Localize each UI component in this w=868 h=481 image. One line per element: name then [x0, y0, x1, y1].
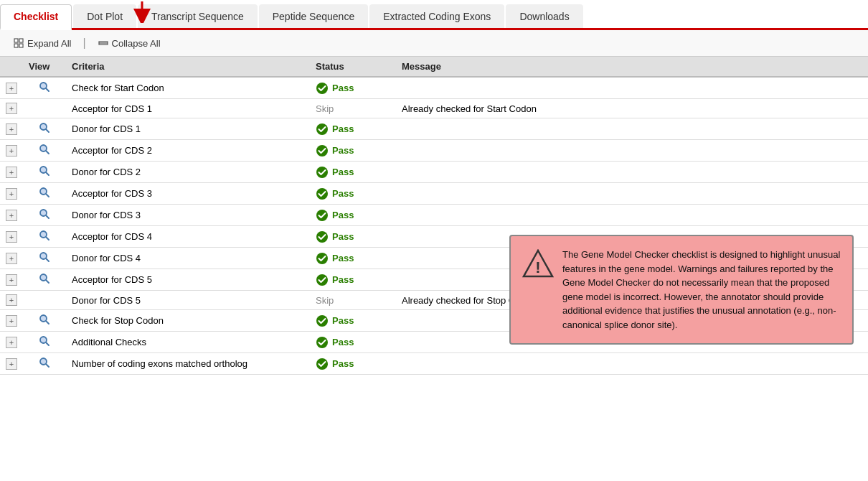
pass-icon	[316, 230, 329, 243]
table-row: +Acceptor for CDS 1SkipAlready checked f…	[0, 99, 868, 118]
pass-icon	[316, 123, 329, 136]
row-criteria: Number of coding exons matched ortholog	[66, 353, 310, 375]
magnify-icon[interactable]	[39, 208, 50, 220]
collapse-all-icon	[98, 37, 109, 49]
pass-icon	[316, 274, 329, 286]
svg-point-29	[316, 253, 328, 264]
tab-peptide[interactable]: Peptide Sequence	[259, 4, 368, 28]
row-expand-button[interactable]: +	[6, 294, 17, 306]
row-expand-button[interactable]: +	[6, 167, 17, 178]
row-view-cell	[23, 162, 66, 183]
row-criteria: Donor for CDS 3	[66, 205, 310, 226]
row-expand-button[interactable]: +	[6, 231, 17, 243]
header-expand	[0, 57, 23, 77]
row-status: Pass	[310, 248, 396, 269]
warning-triangle-icon: !	[522, 249, 554, 332]
row-expand-button[interactable]: +	[6, 253, 17, 264]
svg-line-19	[46, 194, 49, 197]
row-expand-button[interactable]: +	[6, 315, 17, 327]
magnify-icon[interactable]	[39, 314, 50, 325]
magnify-icon[interactable]	[39, 187, 50, 198]
magnify-icon[interactable]	[39, 122, 50, 134]
svg-line-34	[46, 321, 49, 324]
svg-rect-2	[19, 39, 23, 42]
pass-icon	[316, 144, 329, 157]
magnify-icon[interactable]	[39, 335, 50, 347]
svg-line-16	[46, 172, 49, 175]
row-status: Pass	[310, 77, 396, 99]
header-message: Message	[396, 57, 868, 77]
tab-coding-exons[interactable]: Extracted Coding Exons	[369, 4, 504, 28]
row-criteria: Check for Start Codon	[66, 77, 310, 99]
tab-dotplot[interactable]: Dot Plot	[73, 4, 136, 28]
row-expand-button[interactable]: +	[6, 358, 17, 370]
magnify-icon[interactable]	[39, 273, 50, 284]
row-status: Pass	[310, 118, 396, 140]
row-expand-button[interactable]: +	[6, 337, 17, 348]
row-expand-button[interactable]: +	[6, 123, 17, 135]
row-expand-button[interactable]: +	[6, 103, 17, 114]
magnify-icon[interactable]	[39, 230, 50, 241]
row-criteria: Acceptor for CDS 1	[66, 99, 310, 118]
row-message	[396, 140, 868, 162]
svg-text:!: !	[535, 258, 540, 276]
table-row: + Acceptor for CDS 3 Pass	[0, 183, 868, 205]
row-view-cell	[23, 226, 66, 248]
header-view: View	[23, 57, 66, 77]
row-expand-button[interactable]: +	[6, 83, 17, 94]
svg-line-28	[46, 258, 49, 261]
magnify-icon[interactable]	[39, 357, 50, 368]
svg-point-17	[316, 167, 328, 178]
row-status: Skip	[310, 99, 396, 118]
row-view-cell	[23, 291, 66, 310]
row-status: Pass	[310, 140, 396, 162]
svg-point-8	[316, 83, 328, 94]
row-status: Skip	[310, 291, 396, 310]
tab-checklist[interactable]: Checklist	[0, 4, 72, 30]
row-expand-button[interactable]: +	[6, 274, 17, 286]
svg-point-26	[316, 231, 328, 243]
svg-point-38	[316, 337, 328, 348]
popup-message: The Gene Model Checker checklist is desi…	[562, 248, 841, 332]
row-message	[396, 205, 868, 226]
row-status: Pass	[310, 183, 396, 205]
row-expand-button[interactable]: +	[6, 188, 17, 200]
table-row: + Number of coding exons matched ortholo…	[0, 353, 868, 375]
row-message	[396, 118, 868, 140]
checklist-table-container: View Criteria Status Message + Check for…	[0, 57, 868, 375]
row-view-cell	[23, 269, 66, 291]
pass-icon	[316, 314, 329, 327]
pass-icon	[316, 252, 329, 265]
row-message	[396, 162, 868, 183]
magnify-icon[interactable]	[39, 251, 50, 263]
collapse-all-button[interactable]: Collapse All	[92, 34, 166, 52]
row-criteria: Donor for CDS 1	[66, 118, 310, 140]
magnify-icon[interactable]	[39, 144, 50, 155]
svg-rect-3	[19, 44, 23, 47]
tab-bar: Checklist Dot Plot Transcript Sequence P…	[0, 0, 868, 30]
expand-all-button[interactable]: Expand All	[7, 34, 77, 52]
tab-transcript[interactable]: Transcript Sequence	[138, 4, 258, 28]
row-expand-button[interactable]: +	[6, 145, 17, 157]
row-criteria: Acceptor for CDS 4	[66, 226, 310, 248]
pass-icon	[316, 336, 329, 349]
row-criteria: Check for Stop Codon	[66, 310, 310, 332]
magnify-icon[interactable]	[39, 81, 50, 93]
pass-icon	[316, 358, 329, 370]
row-view-cell	[23, 118, 66, 140]
row-criteria: Additional Checks	[66, 332, 310, 353]
svg-point-20	[316, 188, 328, 200]
tab-downloads[interactable]: Downloads	[506, 4, 582, 28]
svg-rect-0	[14, 39, 18, 42]
row-criteria: Donor for CDS 5	[66, 291, 310, 310]
svg-point-23	[316, 210, 328, 221]
table-row: + Acceptor for CDS 2 Pass	[0, 140, 868, 162]
row-status: Pass	[310, 310, 396, 332]
row-message: Already checked for Start Codon	[396, 99, 868, 118]
magnify-icon[interactable]	[39, 165, 50, 177]
row-view-cell	[23, 99, 66, 118]
svg-line-31	[46, 280, 49, 283]
row-expand-button[interactable]: +	[6, 210, 17, 221]
svg-line-13	[46, 151, 49, 154]
row-message	[396, 183, 868, 205]
